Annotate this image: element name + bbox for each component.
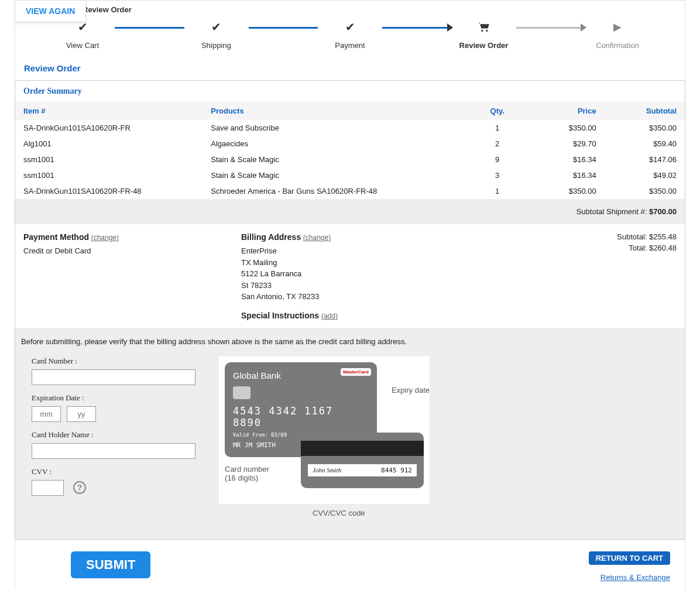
expiration-label: Expiration Date : bbox=[32, 393, 195, 403]
step-payment: ✔ Payment bbox=[318, 20, 382, 50]
col-price: Price bbox=[524, 102, 604, 120]
col-subtotal: Subtotal bbox=[605, 102, 685, 120]
step-view-cart: ✔ View Cart bbox=[50, 20, 115, 50]
view-again-button[interactable]: VIEW AGAIN bbox=[15, 0, 86, 22]
expiration-month-input[interactable] bbox=[32, 406, 61, 422]
cell-price: $16.34 bbox=[524, 152, 604, 167]
annotation-text: Card number bbox=[225, 465, 269, 474]
annotation-cardnum: Card number (16 digits) bbox=[225, 465, 269, 482]
cell-subtotal: $350.00 bbox=[605, 183, 685, 199]
progress-connector bbox=[382, 27, 452, 29]
cell-product: Stain & Scale Magic bbox=[203, 152, 471, 167]
cvv-label: CVV : bbox=[32, 467, 195, 476]
step-review-order: Review Order bbox=[452, 20, 516, 50]
shipment-value: $700.00 bbox=[649, 207, 677, 216]
billing-address-line: San Antonio, TX 78233 bbox=[241, 291, 459, 303]
card-example-number: 4543 4342 1167 8890 bbox=[233, 405, 369, 428]
cell-product: Stain & Scale Magic bbox=[203, 167, 471, 183]
card-entry-form: Card Number : Expiration Date : Card Hol… bbox=[21, 356, 195, 504]
verify-billing-text: Before submitting, please verify that th… bbox=[21, 335, 679, 356]
cell-price: $16.34 bbox=[524, 167, 604, 183]
cell-qty: 3 bbox=[471, 167, 524, 183]
card-holder-input[interactable] bbox=[32, 443, 195, 459]
subtotal-label: Subtotal: bbox=[617, 232, 649, 241]
cart-icon bbox=[477, 20, 491, 34]
add-instructions-link[interactable]: (add) bbox=[321, 312, 338, 320]
table-row: ssm1001Stain & Scale Magic9$16.34$147.06 bbox=[15, 152, 685, 167]
checkout-progress: ✔ View Cart ✔ Shipping ✔ Payment Review … bbox=[15, 14, 685, 59]
cell-subtotal: $147.06 bbox=[605, 152, 685, 167]
chip-icon bbox=[233, 386, 251, 399]
breadcrumb-label: Review Order bbox=[83, 1, 685, 14]
arrow-icon: ▶ bbox=[610, 20, 624, 34]
check-icon: ✔ bbox=[210, 20, 224, 34]
cell-subtotal: $350.00 bbox=[605, 120, 685, 136]
cell-item: Alg1001 bbox=[15, 136, 203, 152]
progress-connector bbox=[115, 27, 184, 29]
step-label: View Cart bbox=[66, 41, 99, 50]
step-confirmation: ▶ Confirmation bbox=[585, 20, 650, 50]
cell-item: SA-DrinkGun101SA10620R-FR-48 bbox=[15, 183, 203, 199]
total-value: $260.48 bbox=[649, 243, 677, 252]
cell-subtotal: $59.40 bbox=[605, 136, 685, 152]
col-qty: Qty. bbox=[471, 102, 524, 120]
card-holder-label: Card Holder Name : bbox=[32, 430, 195, 440]
cvv-input[interactable] bbox=[32, 480, 64, 496]
submit-button[interactable]: SUBMIT bbox=[71, 551, 150, 578]
billing-address-line: St 78233 bbox=[241, 280, 459, 291]
card-valid-from: Valid from: 03/09 bbox=[233, 432, 287, 438]
cell-subtotal: $49.02 bbox=[605, 167, 685, 183]
col-item: Item # bbox=[15, 102, 203, 120]
special-instructions-title: Special Instructions bbox=[241, 311, 319, 320]
cell-price: $350.00 bbox=[524, 120, 604, 136]
step-label: Review Order bbox=[459, 41, 509, 50]
table-row: Alg1001Algaecides2$29.70$59.40 bbox=[15, 136, 685, 152]
order-summary-table: Item # Products Qty. Price Subtotal SA-D… bbox=[15, 102, 685, 199]
page-title: Review Order bbox=[21, 59, 679, 80]
progress-connector bbox=[249, 27, 318, 29]
table-row: SA-DrinkGun101SA10620R-FR-48Schroeder Am… bbox=[15, 183, 685, 199]
order-summary-title: Order Summary bbox=[15, 81, 685, 102]
step-shipping: ✔ Shipping bbox=[184, 20, 249, 50]
step-label: Shipping bbox=[201, 41, 231, 50]
shipment-subtotal-row: Subtotal Shipment #: $700.00 bbox=[15, 199, 685, 224]
cell-qty: 1 bbox=[471, 120, 524, 136]
expiration-year-input[interactable] bbox=[67, 406, 96, 422]
cell-qty: 1 bbox=[471, 183, 524, 199]
check-icon: ✔ bbox=[343, 20, 357, 34]
card-cvv-example: 8445 912 bbox=[381, 466, 412, 474]
cell-qty: 9 bbox=[471, 152, 524, 167]
cell-product: Algaecides bbox=[203, 136, 471, 152]
cell-price: $29.70 bbox=[524, 136, 604, 152]
table-row: ssm1001Stain & Scale Magic3$16.34$49.02 bbox=[15, 167, 685, 183]
cell-product: Save and Subscribe bbox=[203, 120, 471, 136]
billing-address-line: TX Mailing bbox=[241, 257, 459, 269]
change-payment-link[interactable]: (change) bbox=[91, 234, 119, 242]
cvv-help-icon[interactable]: ? bbox=[73, 481, 86, 494]
total-label: Total: bbox=[629, 243, 649, 252]
card-number-label: Card Number : bbox=[32, 356, 195, 366]
annotation-text: (16 digits) bbox=[225, 474, 269, 482]
subtotal-value: $255.48 bbox=[649, 232, 677, 241]
returns-exchange-link[interactable]: Returns & Exchange bbox=[601, 573, 670, 582]
col-products: Products bbox=[203, 102, 471, 120]
billing-address-line: EnterPrise bbox=[241, 245, 459, 257]
payment-method-value: Credit or Debit Card bbox=[23, 245, 241, 257]
totals-block: Subtotal: $255.48 Total: $260.48 bbox=[459, 232, 677, 320]
cell-item: SA-DrinkGun101SA10620R-FR bbox=[15, 120, 203, 136]
billing-address-title: Billing Address bbox=[241, 232, 301, 242]
step-label: Payment bbox=[335, 41, 365, 50]
card-number-input[interactable] bbox=[32, 369, 195, 385]
svg-point-1 bbox=[486, 30, 488, 32]
annotation-text: Expiry date bbox=[392, 386, 430, 395]
card-example-image: Global Bank MasterCard 4543 4342 1167 88… bbox=[219, 356, 430, 504]
change-billing-link[interactable]: (change) bbox=[303, 234, 331, 242]
cell-qty: 2 bbox=[471, 136, 524, 152]
payment-method-block: Payment Method (change) Credit or Debit … bbox=[23, 232, 241, 320]
billing-address-line: 5122 La Barranca bbox=[241, 268, 459, 280]
return-to-cart-button[interactable]: RETURN TO CART bbox=[589, 551, 670, 565]
table-row: SA-DrinkGun101SA10620R-FRSave and Subscr… bbox=[15, 120, 685, 136]
svg-point-0 bbox=[481, 30, 483, 32]
step-label: Confirmation bbox=[596, 41, 639, 50]
payment-method-title: Payment Method bbox=[23, 232, 89, 242]
